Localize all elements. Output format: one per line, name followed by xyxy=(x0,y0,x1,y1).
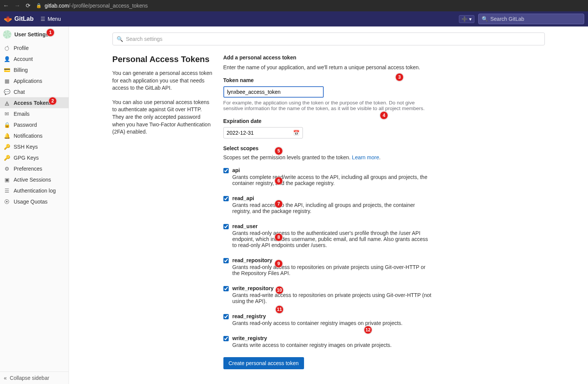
notifications-icon: 🔔 xyxy=(4,133,10,139)
sidebar-item-chat[interactable]: 💬Chat xyxy=(0,86,69,97)
sidebar-item-account[interactable]: 👤Account xyxy=(0,53,69,64)
sidebar-item-label: GPG Keys xyxy=(14,155,39,161)
account-icon: 👤 xyxy=(4,56,10,62)
scope-checkbox-write_registry[interactable] xyxy=(223,336,229,341)
hamburger-icon: ☰ xyxy=(41,16,45,22)
expiration-input[interactable] xyxy=(227,130,293,136)
annotation-badge-8: 8 xyxy=(275,233,283,241)
sidebar-item-label: Preferences xyxy=(14,166,42,172)
gitlab-logo[interactable]: GitLab xyxy=(4,15,34,23)
back-icon[interactable]: ← xyxy=(3,2,9,9)
url-path: /-/profile/personal_access_tokens xyxy=(69,3,148,9)
expiration-input-wrap[interactable]: 📅 xyxy=(223,127,303,138)
sessions-icon: ▣ xyxy=(4,177,10,183)
billing-icon: 💳 xyxy=(4,67,10,73)
sidebar-item-password[interactable]: 🔒Password xyxy=(0,119,69,130)
scope-desc: Grants read-only access to repositories … xyxy=(232,264,433,276)
menu-button[interactable]: ☰ Menu xyxy=(37,14,64,23)
sidebar-item-label: Authentication log xyxy=(14,188,56,194)
scope-desc: Grants read-write access to repositories… xyxy=(232,292,433,304)
sidebar-item-label: Chat xyxy=(14,89,25,95)
global-search-box[interactable]: 🔍 xyxy=(478,14,584,24)
calendar-icon[interactable]: 📅 xyxy=(293,130,299,136)
scope-name: read_user xyxy=(232,223,545,229)
scope-item-read_api: read_apiGrants read access to the API, i… xyxy=(223,195,545,214)
create-token-button[interactable]: Create personal access token xyxy=(223,357,304,369)
token-name-label: Token name xyxy=(223,77,545,83)
learn-more-link[interactable]: Learn more xyxy=(352,154,379,160)
global-search-input[interactable] xyxy=(490,16,581,22)
annotation-badge-11: 11 xyxy=(275,305,284,314)
annotation-badge-4: 4 xyxy=(380,111,388,120)
plus-icon: ➕ xyxy=(462,16,468,22)
brand-text: GitLab xyxy=(14,16,34,22)
annotation-badge-6: 6 xyxy=(275,177,283,185)
authlog-icon: ☰ xyxy=(4,188,10,194)
scope-checkbox-read_api[interactable] xyxy=(223,196,229,201)
annotation-badge-12: 12 xyxy=(364,326,372,334)
form-heading: Add a personal access token xyxy=(223,54,545,61)
sidebar-item-applications[interactable]: ▦Applications xyxy=(0,75,69,86)
scope-checkbox-read_registry[interactable] xyxy=(223,314,229,319)
sidebar-item-billing[interactable]: 💳Billing xyxy=(0,64,69,75)
annotation-badge-2: 2 xyxy=(48,97,57,105)
annotation-badge-3: 3 xyxy=(395,73,404,81)
scope-item-read_repository: read_repositoryGrants read-only access t… xyxy=(223,257,545,276)
url-bar[interactable]: 🔒 gitlab.com/-/profile/personal_access_t… xyxy=(36,3,585,9)
scope-name: read_registry xyxy=(232,313,545,319)
sidebar-item-emails[interactable]: ✉Emails xyxy=(0,108,69,119)
sidebar-item-label: Applications xyxy=(14,78,42,84)
new-dropdown-button[interactable]: ➕ ▾ xyxy=(459,15,474,23)
token-name-help: For example, the application using the t… xyxy=(223,100,428,111)
sidebar-item-label: SSH Keys xyxy=(14,144,38,150)
preferences-icon: ⚙ xyxy=(4,166,10,172)
search-settings-input[interactable] xyxy=(126,36,541,42)
scope-item-read_user: read_userGrants read-only access to the … xyxy=(223,223,545,248)
user-avatar[interactable] xyxy=(3,30,11,39)
page-desc-1: You can generate a personal access token… xyxy=(112,70,213,92)
scope-checkbox-api[interactable] xyxy=(223,168,229,173)
quota-icon: ⦿ xyxy=(4,199,10,205)
annotation-badge-1: 1 xyxy=(46,28,55,37)
scope-item-write_registry: write_registryGrants write access to con… xyxy=(223,335,545,348)
scope-checkbox-read_user[interactable] xyxy=(223,224,229,229)
collapse-sidebar-button[interactable]: « Collapse sidebar xyxy=(0,372,69,384)
url-domain: gitlab.com xyxy=(45,3,69,9)
sidebar-item-label: Billing xyxy=(14,67,28,73)
forward-icon[interactable]: → xyxy=(14,2,20,9)
scope-item-write_repository: write_repositoryGrants read-write access… xyxy=(223,285,545,304)
sidebar-item-gpg-keys[interactable]: 🔑GPG Keys xyxy=(0,152,69,163)
scope-desc: Grants read-only access to the authentic… xyxy=(232,230,433,248)
sidebar-item-active-sessions[interactable]: ▣Active Sessions xyxy=(0,174,69,185)
sidebar-item-label: Password xyxy=(14,122,37,128)
scope-desc: Grants complete read/write access to the… xyxy=(232,174,433,186)
sidebar-item-authentication-log[interactable]: ☰Authentication log xyxy=(0,185,69,196)
annotation-badge-10: 10 xyxy=(275,286,284,294)
chat-icon: 💬 xyxy=(4,89,10,95)
reload-icon[interactable]: ⟳ xyxy=(26,2,31,9)
scope-checkbox-read_repository[interactable] xyxy=(223,258,229,263)
ssh-icon: 🔑 xyxy=(4,144,10,150)
search-settings-box[interactable]: 🔍 xyxy=(112,33,545,45)
token-icon: ◬ xyxy=(4,100,10,106)
annotation-badge-7: 7 xyxy=(275,200,283,208)
token-name-input[interactable] xyxy=(223,86,324,98)
scopes-desc: Scopes set the permission levels granted… xyxy=(223,154,545,160)
scope-desc: Grants read-only access to container reg… xyxy=(232,320,433,326)
sidebar-title: User Settings xyxy=(14,31,48,37)
sidebar-item-access-tokens[interactable]: ◬Access Tokens xyxy=(0,97,69,108)
sidebar-item-usage-quotas[interactable]: ⦿Usage Quotas xyxy=(0,196,69,207)
page-title: Personal Access Tokens xyxy=(112,54,213,64)
scope-name: api xyxy=(232,167,545,173)
sidebar-item-profile[interactable]: ○̇Profile xyxy=(0,42,69,53)
password-icon: 🔒 xyxy=(4,122,10,128)
scope-checkbox-write_repository[interactable] xyxy=(223,286,229,291)
sidebar-item-ssh-keys[interactable]: 🔑SSH Keys xyxy=(0,141,69,152)
sidebar-item-notifications[interactable]: 🔔Notifications xyxy=(0,130,69,141)
scopes-label: Select scopes xyxy=(223,145,545,151)
search-icon: 🔍 xyxy=(482,16,488,22)
sidebar-item-preferences[interactable]: ⚙Preferences xyxy=(0,163,69,174)
gitlab-navbar: GitLab ☰ Menu ➕ ▾ 🔍 xyxy=(0,11,588,26)
sidebar-item-label: Active Sessions xyxy=(14,177,51,183)
scope-item-api: apiGrants complete read/write access to … xyxy=(223,167,545,186)
